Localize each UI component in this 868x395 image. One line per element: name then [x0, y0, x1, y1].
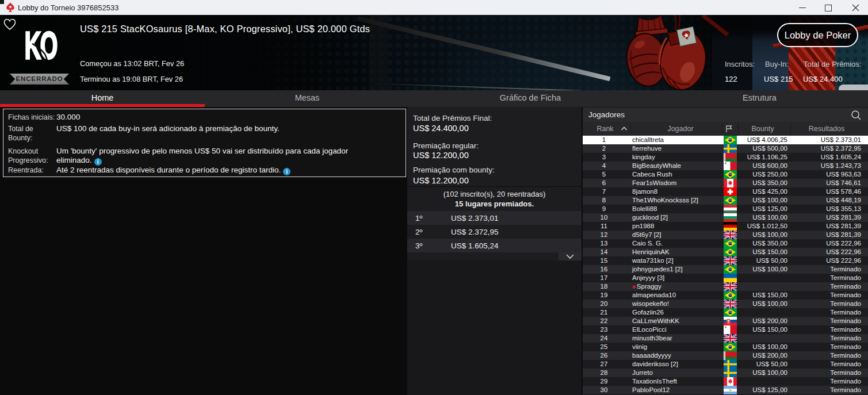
svg-text:KO: KO — [25, 28, 57, 61]
